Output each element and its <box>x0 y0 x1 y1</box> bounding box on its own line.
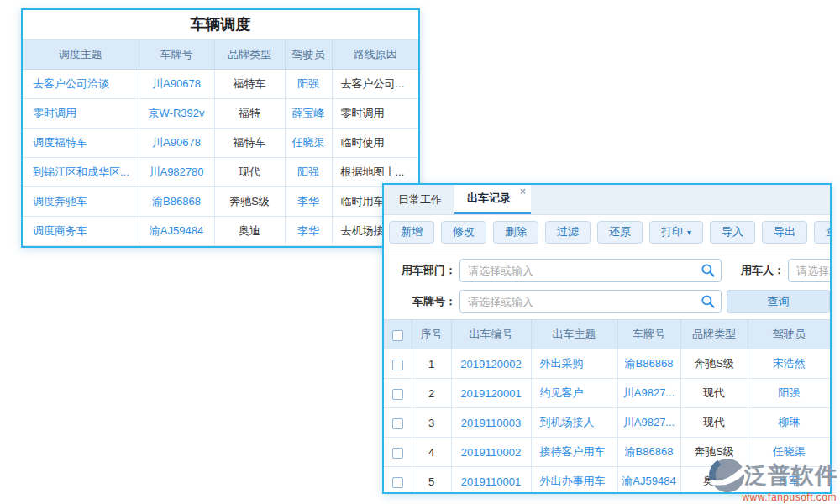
search-icon[interactable] <box>701 263 716 278</box>
export-button[interactable]: 导出 <box>762 221 807 244</box>
table-row: 22019120001约见客户川A9827...现代阳强 <box>384 379 830 408</box>
cell: 现代 <box>680 379 748 408</box>
filter-area: 用车部门： 用车人： 车牌号： <box>384 249 830 319</box>
cell[interactable]: 川A90678 <box>139 70 214 99</box>
record-table-header-row: 序号出车编号出车主题车牌号品牌类型驾驶员 <box>384 320 830 349</box>
plate-input[interactable] <box>459 290 722 313</box>
filter-row-1: 用车部门： 用车人： <box>384 258 830 283</box>
cell[interactable]: 李华 <box>285 217 332 246</box>
dept-input[interactable] <box>459 259 722 282</box>
row-checkbox[interactable] <box>392 389 403 400</box>
cell[interactable]: 川A982780 <box>139 158 214 187</box>
table-row: 12019120002外出采购渝B86868奔驰S级宋浩然 <box>384 349 830 379</box>
cell[interactable]: 渝B86868 <box>617 349 680 379</box>
cell[interactable]: 到机场接人 <box>531 408 617 438</box>
select-all-checkbox[interactable] <box>392 330 403 341</box>
table-row: 32019110003到机场接人川A9827...现代柳琳 <box>384 408 830 438</box>
cell[interactable]: 阳强 <box>748 379 830 408</box>
cell[interactable]: 川A9827... <box>617 408 680 438</box>
table-row: 零时调用京W-R392v福特薛宝峰零时调用 <box>23 99 418 129</box>
cell[interactable]: 2019120002 <box>451 349 531 379</box>
tab-label: 出车记录 <box>467 191 511 206</box>
cell[interactable]: 阳强 <box>285 70 332 99</box>
cell[interactable]: 约见客户 <box>531 379 617 408</box>
cell[interactable]: 调度福特车 <box>23 129 139 158</box>
button-label: 打印 <box>661 224 683 239</box>
cell[interactable]: 柳琳 <box>748 408 830 438</box>
user-input[interactable] <box>788 259 832 282</box>
cell[interactable]: 零时调用 <box>23 99 139 129</box>
filter-button[interactable]: 过滤 <box>545 221 591 244</box>
print-button[interactable]: 打印▾ <box>649 221 703 244</box>
button-label: 过滤 <box>557 224 579 239</box>
delete-button[interactable]: 删除 <box>493 221 538 244</box>
cell: 去客户公司... <box>332 70 418 99</box>
column-header: 出车主题 <box>531 320 617 349</box>
cell[interactable]: 2019110002 <box>451 438 531 467</box>
button-label: 导出 <box>774 224 795 239</box>
column-header: 车牌号 <box>139 40 214 70</box>
cell[interactable]: 任晓渠 <box>285 129 332 158</box>
button-label: 导入 <box>722 224 743 239</box>
user-label: 用车人： <box>741 263 785 278</box>
cell[interactable]: 渝AJ59484 <box>617 467 680 495</box>
column-header: 出车编号 <box>451 320 531 349</box>
cell[interactable]: 渝B86868 <box>617 438 680 467</box>
cell: 奔驰S级 <box>680 349 748 379</box>
query-button[interactable]: 查询 <box>727 290 830 313</box>
cell[interactable]: 外出采购 <box>531 349 617 379</box>
button-label: 查看日志 <box>826 224 832 239</box>
search-icon[interactable] <box>701 294 716 309</box>
cell: 3 <box>412 408 451 438</box>
cell: 零时调用 <box>332 99 418 129</box>
dispatch-panel-title: 车辆调度 <box>23 10 418 39</box>
cell[interactable]: 2019110003 <box>451 408 531 438</box>
add-button[interactable]: 新增 <box>389 221 434 244</box>
fanpu-watermark: 泛普软件 www.fanpusoft.com <box>708 456 838 503</box>
row-checkbox[interactable] <box>392 418 403 429</box>
cell[interactable]: 渝B86868 <box>139 187 214 217</box>
app-canvas: 车辆调度 调度主题车牌号品牌类型驾驶员路线原因 去客户公司洽谈川A90678福特… <box>0 0 840 504</box>
tab-trip-records[interactable]: 出车记录× <box>454 185 531 214</box>
cell[interactable]: 渝AJ59484 <box>139 217 214 246</box>
view-log-button[interactable]: 查看日志 <box>814 221 832 244</box>
import-button[interactable]: 导入 <box>710 221 755 244</box>
cell[interactable]: 李华 <box>285 187 332 217</box>
cell: 现代 <box>680 408 748 438</box>
cell: 福特车 <box>214 129 285 158</box>
column-header: 车牌号 <box>617 320 680 349</box>
cell[interactable]: 外出办事用车 <box>531 467 617 495</box>
cell[interactable]: 川A90678 <box>139 129 214 158</box>
edit-button[interactable]: 修改 <box>441 221 486 244</box>
cell[interactable]: 薛宝峰 <box>285 99 332 129</box>
tab-bar: 日常工作出车记录× <box>384 185 830 215</box>
cell[interactable]: 2019120001 <box>451 379 531 408</box>
cell[interactable]: 川A9827... <box>617 379 680 408</box>
cell[interactable]: 到锦江区和成华区... <box>23 158 139 187</box>
cell: 1 <box>412 349 451 379</box>
column-header: 品牌类型 <box>680 320 748 349</box>
toolbar: 新增修改删除过滤还原打印▾导入导出查看日志 <box>384 215 830 249</box>
cell[interactable]: 去客户公司洽谈 <box>23 70 139 99</box>
tab-close-icon[interactable]: × <box>520 186 526 197</box>
cell: 现代 <box>214 158 285 187</box>
dept-label: 用车部门： <box>389 263 456 278</box>
button-label: 修改 <box>453 224 475 239</box>
row-checkbox[interactable] <box>392 448 403 459</box>
cell[interactable]: 京W-R392v <box>139 99 214 129</box>
row-checkbox[interactable] <box>392 477 403 488</box>
restore-button[interactable]: 还原 <box>597 221 643 244</box>
cell[interactable]: 阳强 <box>285 158 332 187</box>
dept-input-wrap <box>459 259 722 282</box>
checkbox-cell <box>384 467 412 495</box>
cell[interactable]: 宋浩然 <box>748 349 830 379</box>
cell[interactable]: 接待客户用车 <box>531 438 617 467</box>
cell[interactable]: 调度奔驰车 <box>23 187 139 217</box>
tab-daily-work[interactable]: 日常工作 <box>386 185 454 214</box>
cell[interactable]: 2019110001 <box>451 467 531 495</box>
column-header: 调度主题 <box>23 40 139 70</box>
button-label: 新增 <box>401 224 423 239</box>
cell[interactable]: 调度商务车 <box>23 217 139 246</box>
row-checkbox[interactable] <box>392 360 403 370</box>
column-header: 路线原因 <box>332 40 418 70</box>
